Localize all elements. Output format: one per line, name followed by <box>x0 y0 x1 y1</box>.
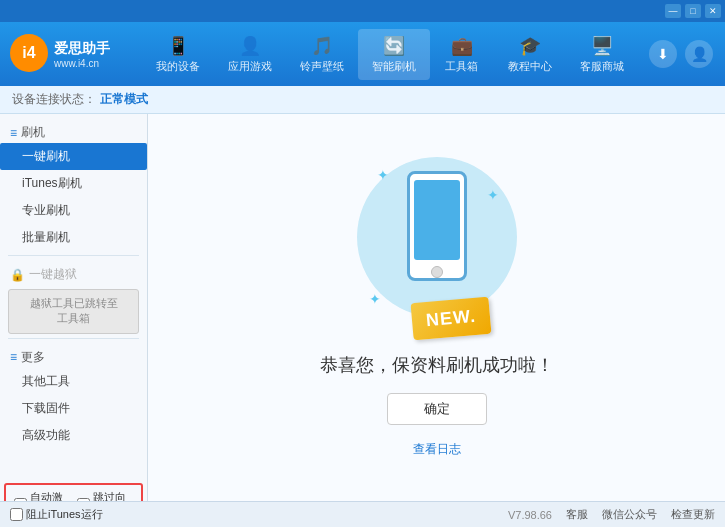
more-section-icon: ≡ <box>10 350 17 364</box>
my-device-icon: 📱 <box>167 35 189 57</box>
bottom-right: V7.98.66 客服 微信公众号 检查更新 <box>508 507 715 522</box>
sparkle-icon-1: ✦ <box>377 167 389 183</box>
nav-merchant[interactable]: 🖥️ 客服商城 <box>566 29 638 80</box>
skip-guide-label: 跳过向导 <box>93 490 134 501</box>
nav-app-games[interactable]: 👤 应用游戏 <box>214 29 286 80</box>
sparkle-icon-3: ✦ <box>369 291 381 307</box>
my-device-label: 我的设备 <box>156 59 200 74</box>
itunes-block-checkbox[interactable]: 阻止iTunes运行 <box>10 507 103 522</box>
sidebar-section-more: ≡ 更多 <box>0 343 147 368</box>
app-header: i4 爱思助手 www.i4.cn 📱 我的设备 👤 应用游戏 🎵 铃声壁纸 🔄… <box>0 22 725 86</box>
customer-service-link[interactable]: 客服 <box>566 507 588 522</box>
sidebar-item-pro-flash[interactable]: 专业刷机 <box>0 197 147 224</box>
toolbox-label: 工具箱 <box>445 59 478 74</box>
jailbreak-disabled-box: 越狱工具已跳转至工具箱 <box>8 289 139 334</box>
itunes-block-label: 阻止iTunes运行 <box>26 507 103 522</box>
flash-section-label: 刷机 <box>21 124 45 141</box>
new-badge-text: NEW. <box>425 306 477 330</box>
phone-illustration: ✦ ✦ ✦ NEW. <box>357 157 517 337</box>
skip-guide-checkbox[interactable]: 跳过向导 <box>77 490 134 501</box>
window-controls[interactable]: — □ ✕ <box>665 4 721 18</box>
minimize-button[interactable]: — <box>665 4 681 18</box>
sidebar-item-batch-flash[interactable]: 批量刷机 <box>0 224 147 251</box>
nav-bar: 📱 我的设备 👤 应用游戏 🎵 铃声壁纸 🔄 智能刷机 💼 工具箱 🎓 教程中心… <box>130 29 649 80</box>
sidebar-section-jailbreak: 🔒 一键越狱 <box>0 260 147 285</box>
merchant-icon: 🖥️ <box>591 35 613 57</box>
nav-tutorial[interactable]: 🎓 教程中心 <box>494 29 566 80</box>
success-card: ✦ ✦ ✦ NEW. 恭喜您，保资料刷机成功啦！ 确定 查看日志 <box>320 157 554 458</box>
jailbreak-lock-icon: 🔒 <box>10 268 25 282</box>
skip-guide-input[interactable] <box>77 498 90 501</box>
sidebar-item-advanced[interactable]: 高级功能 <box>0 422 147 449</box>
phone-screen <box>414 180 460 260</box>
sidebar-divider-2 <box>8 338 139 339</box>
nav-smart-flash[interactable]: 🔄 智能刷机 <box>358 29 430 80</box>
ringtone-icon: 🎵 <box>311 35 333 57</box>
sidebar-item-onekey-flash[interactable]: 一键刷机 <box>0 143 147 170</box>
jailbreak-section-label: 一键越狱 <box>29 266 77 283</box>
app-games-icon: 👤 <box>239 35 261 57</box>
view-log-link[interactable]: 查看日志 <box>413 441 461 458</box>
user-button[interactable]: 👤 <box>685 40 713 68</box>
sidebar-divider-1 <box>8 255 139 256</box>
tutorial-label: 教程中心 <box>508 59 552 74</box>
logo-area: i4 爱思助手 www.i4.cn <box>0 34 130 74</box>
bottom-left: 阻止iTunes运行 <box>10 507 103 522</box>
smart-flash-icon: 🔄 <box>383 35 405 57</box>
smart-flash-label: 智能刷机 <box>372 59 416 74</box>
auto-activate-input[interactable] <box>14 498 27 501</box>
sidebar-item-itunes-flash[interactable]: iTunes刷机 <box>0 170 147 197</box>
main-layout: ≡ 刷机 一键刷机 iTunes刷机 专业刷机 批量刷机 🔒 一键越狱 越狱工具… <box>0 114 725 501</box>
maximize-button[interactable]: □ <box>685 4 701 18</box>
success-message: 恭喜您，保资料刷机成功啦！ <box>320 353 554 377</box>
app-name: 爱思助手 <box>54 40 110 58</box>
auto-activate-checkbox[interactable]: 自动激活 <box>14 490 71 501</box>
sparkle-icon-2: ✦ <box>487 187 499 203</box>
version-text: V7.98.66 <box>508 509 552 521</box>
toolbox-icon: 💼 <box>451 35 473 57</box>
ringtone-label: 铃声壁纸 <box>300 59 344 74</box>
bottom-bar: 阻止iTunes运行 V7.98.66 客服 微信公众号 检查更新 <box>0 501 725 527</box>
phone-body <box>407 171 467 281</box>
tutorial-icon: 🎓 <box>519 35 541 57</box>
sidebar-item-download-firmware[interactable]: 下载固件 <box>0 395 147 422</box>
more-section-label: 更多 <box>21 349 45 366</box>
auto-activate-label: 自动激活 <box>30 490 71 501</box>
flash-section-icon: ≡ <box>10 126 17 140</box>
itunes-block-input[interactable] <box>10 508 23 521</box>
window-title-bar: — □ ✕ <box>0 0 725 22</box>
phone-home-button <box>431 266 443 278</box>
checkbox-row: 自动激活 跳过向导 <box>4 483 143 501</box>
main-content: ✦ ✦ ✦ NEW. 恭喜您，保资料刷机成功啦！ 确定 查看日志 <box>148 114 725 501</box>
confirm-button[interactable]: 确定 <box>387 393 487 425</box>
close-button[interactable]: ✕ <box>705 4 721 18</box>
nav-toolbox[interactable]: 💼 工具箱 <box>430 29 494 80</box>
app-games-label: 应用游戏 <box>228 59 272 74</box>
check-update-link[interactable]: 检查更新 <box>671 507 715 522</box>
header-right: ⬇ 👤 <box>649 40 725 68</box>
status-value: 正常模式 <box>100 91 148 108</box>
logo-subtitle: www.i4.cn <box>54 58 110 69</box>
nav-my-device[interactable]: 📱 我的设备 <box>142 29 214 80</box>
new-badge: NEW. <box>410 297 491 341</box>
jailbreak-disabled-text: 越狱工具已跳转至工具箱 <box>30 297 118 324</box>
logo-icon: i4 <box>10 34 48 72</box>
sidebar: ≡ 刷机 一键刷机 iTunes刷机 专业刷机 批量刷机 🔒 一键越狱 越狱工具… <box>0 114 148 501</box>
nav-ringtone[interactable]: 🎵 铃声壁纸 <box>286 29 358 80</box>
merchant-label: 客服商城 <box>580 59 624 74</box>
status-label: 设备连接状态： <box>12 91 96 108</box>
status-bar: 设备连接状态： 正常模式 <box>0 86 725 114</box>
download-button[interactable]: ⬇ <box>649 40 677 68</box>
sidebar-item-other-tools[interactable]: 其他工具 <box>0 368 147 395</box>
sidebar-section-flash: ≡ 刷机 <box>0 118 147 143</box>
wechat-link[interactable]: 微信公众号 <box>602 507 657 522</box>
